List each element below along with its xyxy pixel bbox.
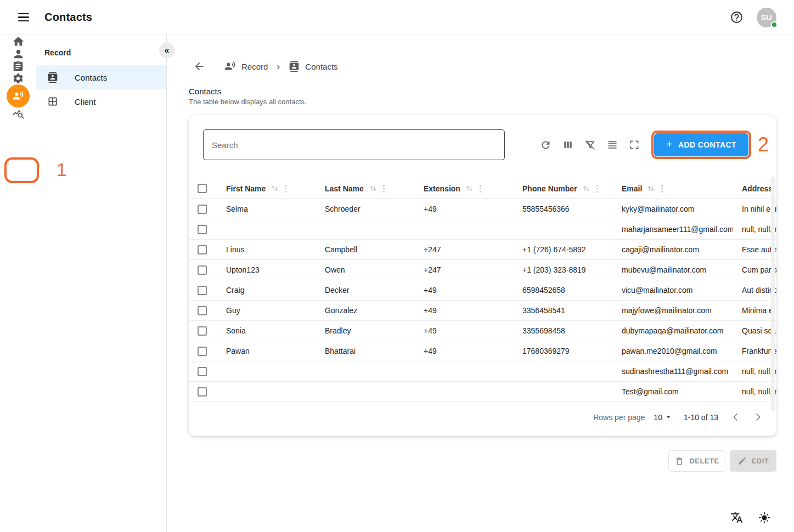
column-menu-icon[interactable] xyxy=(383,185,385,193)
column-header[interactable]: Last Name xyxy=(316,184,415,193)
edit-button[interactable]: EDIT xyxy=(730,450,776,472)
table-row[interactable]: LinusCampbell+247+1 (726) 674-5892cagaji… xyxy=(189,240,776,260)
home-button[interactable] xyxy=(12,35,25,48)
column-header[interactable]: Email xyxy=(613,184,733,193)
cell-address: Frankfurte xyxy=(733,347,776,355)
column-header[interactable]: Extension xyxy=(415,184,514,193)
row-checkbox[interactable] xyxy=(198,367,207,376)
user-avatar[interactable]: SU xyxy=(757,8,776,27)
contacts-card-icon xyxy=(47,72,58,83)
cell-email: Test@gmail.com xyxy=(613,387,733,396)
cell-first-name: Sonia xyxy=(217,326,316,335)
row-checkbox[interactable] xyxy=(198,265,207,275)
sidebar-collapse-button[interactable]: « xyxy=(159,43,174,58)
cell-first-name: Linus xyxy=(217,245,316,254)
row-checkbox[interactable] xyxy=(198,225,207,234)
column-header[interactable]: Phone Number xyxy=(514,184,613,193)
table-row[interactable]: sudinashrestha111@gmail.comnull, null, r xyxy=(189,361,776,382)
settings-button[interactable] xyxy=(12,72,24,84)
sort-icon[interactable] xyxy=(271,184,279,193)
table-row[interactable]: CraigDecker+496598452658vicu@mailinator.… xyxy=(189,280,776,301)
cell-extension: +49 xyxy=(415,326,514,335)
rows-per-page-label: Rows per page xyxy=(593,413,645,422)
column-menu-icon[interactable] xyxy=(596,185,598,193)
table-row[interactable]: Upton123Owen+247+1 (203) 323-8819mubevu@… xyxy=(189,260,776,280)
row-checkbox[interactable] xyxy=(198,245,207,254)
row-checkbox[interactable] xyxy=(198,326,207,336)
app-title: Contacts xyxy=(44,11,92,24)
breadcrumb-item-contacts[interactable]: Contacts xyxy=(289,61,337,72)
filter-off-icon xyxy=(584,139,596,151)
density-button[interactable] xyxy=(607,139,618,150)
tasks-button[interactable] xyxy=(12,60,24,72)
breadcrumb-item-record[interactable]: Record xyxy=(224,60,268,72)
breadcrumb: Record › Contacts xyxy=(193,60,338,72)
back-button[interactable] xyxy=(193,60,205,72)
cell-phone-number: 3355698458 xyxy=(514,326,613,335)
sort-icon[interactable] xyxy=(465,184,474,193)
help-icon xyxy=(730,10,744,24)
delete-button[interactable]: DELETE xyxy=(668,450,725,472)
translate-icon xyxy=(730,511,743,524)
search-input[interactable] xyxy=(203,129,505,160)
record-section-button[interactable] xyxy=(7,84,30,107)
sort-icon[interactable] xyxy=(369,184,377,193)
cell-phone-number: 3356458541 xyxy=(514,306,613,315)
cell-email: maharjansameer111@gmail.com xyxy=(613,225,733,234)
select-all-checkbox[interactable] xyxy=(198,184,207,193)
sort-icon[interactable] xyxy=(647,184,655,193)
cell-last-name: Bradley xyxy=(316,326,415,335)
rows-per-page-select[interactable]: 10 xyxy=(654,413,671,422)
sort-icon[interactable] xyxy=(582,184,590,193)
help-button[interactable] xyxy=(730,10,744,24)
table-scrollbar[interactable] xyxy=(771,177,775,411)
pencil-icon xyxy=(737,456,747,466)
menu-icon[interactable] xyxy=(18,11,31,24)
cell-address: In nihil eur xyxy=(733,205,776,213)
table-row[interactable]: PawanBhattarai+4917680369279pawan.me2010… xyxy=(189,341,776,361)
clients-button[interactable] xyxy=(12,48,25,60)
row-checkbox[interactable] xyxy=(198,387,207,397)
cell-last-name: Schroeder xyxy=(316,205,415,213)
table-row[interactable]: SoniaBradley+493355698458dubymapaqa@mail… xyxy=(189,321,776,341)
columns-icon xyxy=(562,139,573,150)
column-menu-icon[interactable] xyxy=(285,185,286,193)
row-checkbox[interactable] xyxy=(198,205,207,214)
assignment-icon xyxy=(12,60,24,72)
next-page-button[interactable] xyxy=(753,412,763,422)
row-checkbox[interactable] xyxy=(198,286,207,295)
analytics-button[interactable] xyxy=(12,107,25,120)
density-icon xyxy=(607,139,618,150)
nav-rail xyxy=(0,35,36,532)
add-contact-button[interactable]: + ADD CONTACT xyxy=(654,133,748,156)
column-header[interactable]: Address xyxy=(733,184,776,193)
previous-page-button[interactable] xyxy=(730,412,741,422)
cell-address: null, null, r xyxy=(733,387,776,396)
cell-extension: +49 xyxy=(415,205,514,213)
cell-extension: +247 xyxy=(415,245,514,254)
table-row[interactable]: GuyGonzalez+493356458541majyfowe@mailina… xyxy=(189,301,776,321)
sidebar-item-client[interactable]: Client xyxy=(36,89,166,114)
language-button[interactable] xyxy=(730,511,743,524)
sidebar-item-contacts[interactable]: Contacts xyxy=(36,65,166,89)
contacts-card-icon xyxy=(289,61,300,72)
column-menu-icon[interactable] xyxy=(661,185,663,193)
table-row[interactable]: SelmaSchroeder+4955855456366kyky@mailina… xyxy=(189,199,776,219)
theme-toggle-button[interactable] xyxy=(758,512,770,524)
pagination-range: 1-10 of 13 xyxy=(684,413,718,422)
column-header[interactable]: First Name xyxy=(217,184,316,193)
refresh-button[interactable] xyxy=(540,139,551,151)
cell-extension: +49 xyxy=(415,347,514,355)
plus-icon: + xyxy=(666,139,673,150)
fullscreen-button[interactable] xyxy=(629,139,640,150)
filter-off-button[interactable] xyxy=(584,139,596,151)
table-row[interactable]: maharjansameer111@gmail.comnull, null, r xyxy=(189,219,776,240)
light-mode-icon xyxy=(758,512,770,524)
gear-icon xyxy=(12,72,24,84)
columns-button[interactable] xyxy=(562,139,573,150)
cell-first-name: Selma xyxy=(217,205,316,213)
row-checkbox[interactable] xyxy=(198,347,207,356)
column-menu-icon[interactable] xyxy=(480,185,481,193)
row-checkbox[interactable] xyxy=(198,306,207,315)
table-row[interactable]: Test@gmail.comnull, null, r xyxy=(189,382,776,402)
